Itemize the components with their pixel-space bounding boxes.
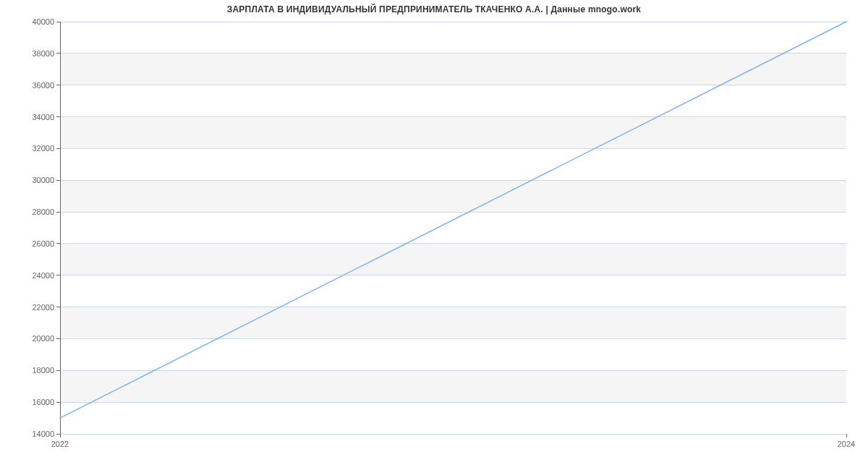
x-tick-label: 2022 (51, 440, 69, 448)
plot-band (60, 117, 846, 149)
y-tick-label: 14000 (32, 430, 54, 438)
y-tick-label: 28000 (32, 208, 54, 216)
y-tick-label: 30000 (32, 176, 54, 184)
plot-band (60, 244, 846, 275)
chart-svg: 1400016000180002000022000240002600028000… (0, 0, 868, 470)
y-tick-label: 16000 (32, 398, 54, 406)
y-tick-label: 36000 (32, 81, 54, 90)
plot-band (60, 180, 846, 212)
plot-band (60, 307, 846, 339)
plot-band (60, 54, 846, 85)
y-tick-label: 40000 (32, 17, 54, 26)
y-tick-label: 18000 (32, 366, 54, 375)
x-tick-label: 2024 (838, 440, 855, 448)
y-tick-label: 38000 (32, 49, 54, 58)
y-tick-label: 22000 (32, 303, 54, 312)
plot-band (60, 370, 846, 402)
y-tick-label: 26000 (32, 239, 54, 248)
y-tick-label: 32000 (32, 144, 54, 153)
y-tick-label: 34000 (32, 113, 54, 121)
chart-container: ЗАРПЛАТА В ИНДИВИДУАЛЬНЫЙ ПРЕДПРИНИМАТЕЛ… (0, 0, 868, 470)
y-tick-label: 24000 (32, 271, 54, 280)
y-tick-label: 20000 (32, 334, 54, 343)
